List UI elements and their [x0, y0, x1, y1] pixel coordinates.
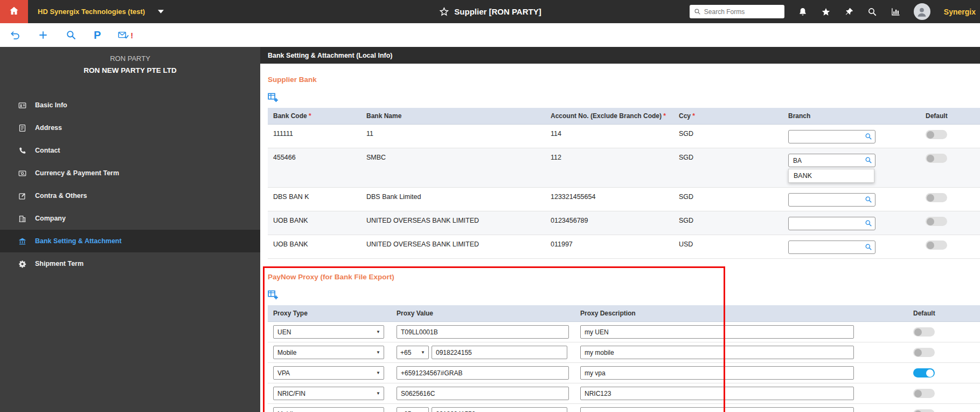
pin-icon[interactable]: [844, 7, 854, 17]
branch-input[interactable]: [789, 194, 875, 206]
sidebar-item-company[interactable]: Company: [0, 207, 260, 230]
top-bar: HD Synergix Technologies (test) Supplier…: [0, 0, 980, 23]
home-button[interactable]: [0, 0, 28, 23]
add-bank-row-button[interactable]: [268, 92, 278, 102]
sidebar-item-bank-setting-attachment[interactable]: Bank Setting & Attachment: [0, 230, 260, 252]
proxy-value-input[interactable]: [432, 407, 567, 412]
proxy-description-cell: [575, 404, 908, 412]
default-toggle[interactable]: [926, 130, 947, 139]
proxy-type-dropdown[interactable]: Mobile: [274, 346, 384, 359]
proxy-type-cell: VPA▼: [268, 363, 391, 383]
default-toggle[interactable]: [926, 241, 947, 250]
proxy-type-dropdown[interactable]: VPA: [274, 367, 384, 379]
favorites-star-icon[interactable]: [821, 7, 831, 17]
default-toggle[interactable]: [926, 193, 947, 202]
proxy-type-select[interactable]: Mobile▼: [273, 407, 384, 412]
default-toggle[interactable]: [913, 368, 935, 377]
branch-search-field[interactable]: [788, 193, 875, 207]
default-toggle[interactable]: [913, 348, 935, 357]
default-toggle[interactable]: [926, 217, 947, 226]
reports-chart-icon[interactable]: [891, 7, 900, 17]
toggle-knob: [914, 390, 922, 397]
country-code-dropdown[interactable]: +65: [397, 346, 428, 359]
bank-code-cell: UOB BANK: [268, 235, 361, 259]
toggle-knob: [927, 242, 934, 249]
avatar[interactable]: [914, 3, 930, 20]
proxy-description-input[interactable]: [580, 325, 854, 339]
proxy-type-select[interactable]: Mobile▼: [273, 346, 384, 359]
company-selector[interactable]: HD Synergix Technologies (test): [28, 0, 173, 23]
proxy-type-dropdown[interactable]: NRIC/FIN: [274, 387, 384, 400]
search-icon[interactable]: [865, 133, 872, 140]
global-search-icon[interactable]: [867, 7, 877, 17]
undo-button[interactable]: [10, 30, 20, 40]
required-asterisk: *: [307, 112, 311, 120]
add-button[interactable]: [38, 30, 48, 40]
required-asterisk: *: [662, 112, 666, 120]
search-icon[interactable]: [865, 243, 872, 251]
column-header: Proxy Description: [575, 305, 908, 322]
add-proxy-row-button[interactable]: [268, 290, 278, 300]
proxy-type-select[interactable]: VPA▼: [273, 366, 384, 380]
country-code-select[interactable]: +65▼: [397, 407, 429, 412]
default-toggle[interactable]: [913, 409, 935, 412]
default-toggle[interactable]: [926, 154, 947, 163]
proxy-description-input[interactable]: [580, 366, 854, 380]
sidebar-item-basic-info[interactable]: Basic Info: [0, 94, 260, 116]
default-toggle[interactable]: [913, 327, 935, 337]
branch-input[interactable]: [789, 154, 875, 167]
page-title: Bank Setting & Attachment (Local Info): [260, 47, 980, 64]
proxy-value-input[interactable]: [432, 346, 567, 359]
proxy-value-input[interactable]: [397, 366, 569, 380]
column-header: Branch: [783, 108, 920, 125]
company-name: HD Synergix Technologies (test): [38, 8, 145, 16]
ccy-cell: SGD: [673, 188, 783, 211]
sidebar-item-label: Company: [35, 215, 66, 222]
bank-code-cell: UOB BANK: [268, 211, 361, 235]
search-icon[interactable]: [865, 219, 872, 227]
search-icon[interactable]: [865, 156, 872, 164]
sidebar-item-address[interactable]: Address: [0, 116, 260, 139]
sidebar-item-contra-others[interactable]: Contra & Others: [0, 184, 260, 207]
proxy-type-select[interactable]: NRIC/FIN▼: [273, 387, 384, 400]
search-forms-box[interactable]: [690, 5, 784, 18]
bank-code-cell: DBS BAN K: [268, 188, 361, 211]
branch-input[interactable]: [789, 241, 875, 253]
branch-cell: [783, 188, 920, 211]
app-window: HD Synergix Technologies (test) Supplier…: [0, 0, 980, 412]
branch-search-field[interactable]: [788, 154, 875, 167]
branch-input[interactable]: [789, 131, 875, 143]
favorite-star-icon[interactable]: [439, 6, 449, 17]
proxy-type-dropdown[interactable]: Mobile: [274, 408, 384, 412]
country-code-select[interactable]: +65▼: [397, 346, 429, 359]
branch-search-field[interactable]: [788, 241, 875, 254]
sidebar-item-shipment-term[interactable]: Shipment Term: [0, 252, 260, 275]
branch-search-field[interactable]: [788, 130, 875, 143]
country-code-dropdown[interactable]: +65: [397, 408, 428, 412]
sidebar-item-label: Contact: [35, 147, 60, 154]
proxy-value-input[interactable]: [397, 325, 569, 339]
print-preview-button[interactable]: P: [94, 30, 101, 40]
mail-alert-button[interactable]: !: [118, 30, 133, 40]
search-icon[interactable]: [865, 196, 872, 203]
bank-name-cell: UNITED OVERSEAS BANK LIMITED: [361, 211, 545, 235]
sidebar-item-contact[interactable]: Contact: [0, 139, 260, 162]
proxy-description-input[interactable]: [580, 387, 854, 400]
proxy-description-input[interactable]: [580, 346, 854, 359]
sidebar-item-currency-payment-term[interactable]: Currency & Payment Term: [0, 162, 260, 184]
search-button[interactable]: [66, 30, 77, 40]
proxy-description-cell: [575, 363, 908, 383]
proxy-description-input[interactable]: [580, 407, 854, 412]
branch-search-field[interactable]: [788, 217, 875, 230]
proxy-type-dropdown[interactable]: UEN: [274, 326, 384, 338]
branch-suggestion[interactable]: BANK: [788, 169, 874, 183]
sidebar-item-label: Currency & Payment Term: [35, 169, 119, 177]
search-forms-input[interactable]: [704, 8, 780, 16]
default-toggle[interactable]: [913, 389, 935, 398]
notifications-bell-icon[interactable]: [798, 7, 808, 17]
branch-input[interactable]: [789, 217, 875, 230]
proxy-type-select[interactable]: UEN▼: [273, 325, 384, 339]
proxy-value-input[interactable]: [397, 387, 569, 400]
paynow-row: VPA▼: [268, 363, 980, 383]
form-title: Supplier [RON PARTY]: [439, 6, 541, 17]
